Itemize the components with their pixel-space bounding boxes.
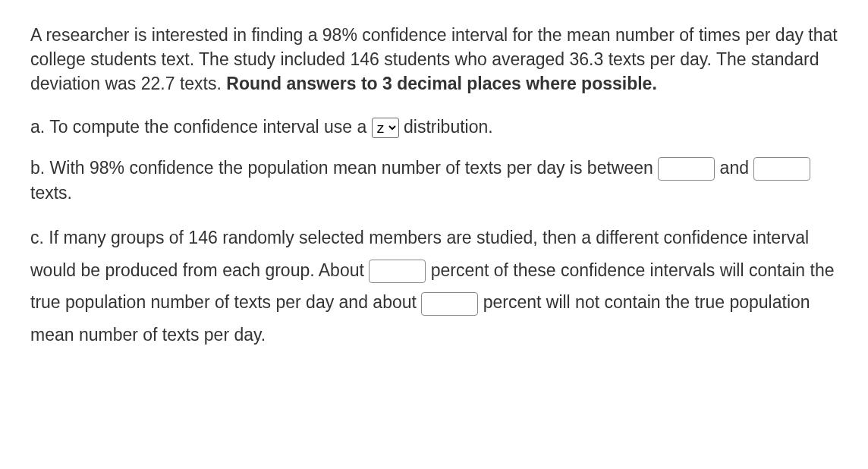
- lower-bound-input[interactable]: [658, 157, 715, 181]
- part-b: b. With 98% confidence the population me…: [30, 156, 838, 206]
- contain-percent-input[interactable]: [369, 260, 426, 283]
- not-contain-percent-input[interactable]: [421, 292, 478, 316]
- part-a-prefix: a. To compute the confidence interval us…: [30, 117, 372, 137]
- distribution-select[interactable]: z t: [372, 118, 399, 138]
- problem-instruction: Round answers to 3 decimal places where …: [226, 74, 657, 93]
- part-a: a. To compute the confidence interval us…: [30, 115, 838, 139]
- upper-bound-input[interactable]: [753, 157, 810, 181]
- part-b-prefix: b. With 98% confidence the population me…: [30, 158, 658, 178]
- problem-statement: A researcher is interested in finding a …: [30, 23, 838, 96]
- part-b-and: and: [715, 158, 753, 178]
- part-b-suffix: texts.: [30, 183, 72, 203]
- part-a-suffix: distribution.: [399, 117, 493, 137]
- part-c: c. If many groups of 146 randomly select…: [30, 222, 838, 351]
